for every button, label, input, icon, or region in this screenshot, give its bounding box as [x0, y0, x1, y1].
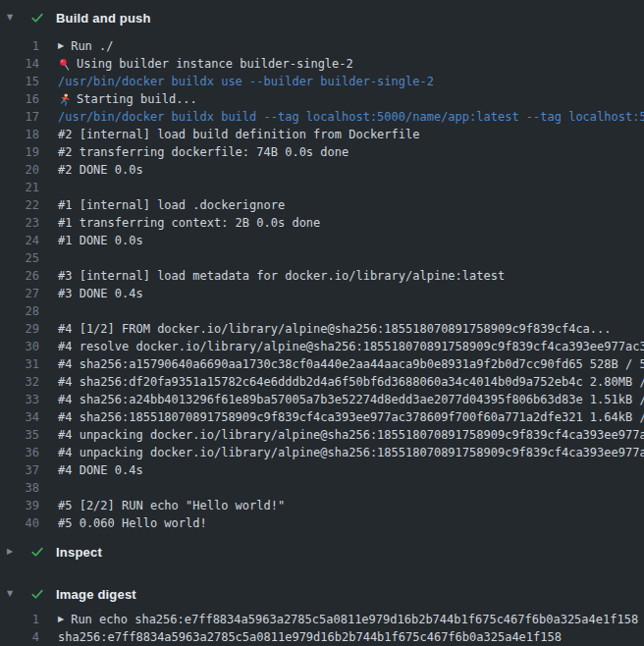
line-number[interactable]: 33	[0, 391, 39, 408]
line-number[interactable]: 39	[0, 497, 39, 514]
log-line-content: #4 sha256:df20fa9351a15782c64e6dddb2d4a6…	[39, 373, 644, 391]
success-check-icon	[29, 544, 45, 560]
line-number[interactable]: 18	[0, 126, 39, 143]
log-line: 32#4 sha256:df20fa9351a15782c64e6dddb2d4…	[0, 373, 644, 391]
line-number[interactable]: 20	[0, 161, 39, 179]
log-line: 1▶Run echo sha256:e7ff8834a5963a2785c5a0…	[0, 611, 644, 628]
line-number[interactable]: 26	[0, 267, 39, 285]
log-text: #4 unpacking docker.io/library/alpine@sh…	[58, 426, 644, 444]
log-line-content: #4 [1/2] FROM docker.io/library/alpine@s…	[39, 320, 644, 338]
log-text: #5 0.060 Hello world!	[58, 514, 207, 532]
section-header-build-and-push[interactable]: ▼Build and push	[0, 7, 644, 28]
log-text: Starting build...	[77, 90, 197, 108]
line-number[interactable]: 21	[0, 179, 39, 196]
log-line-content	[39, 249, 644, 267]
log-text: #4 sha256:185518070891758909c9f839cf4ca3…	[58, 408, 644, 426]
line-number[interactable]: 40	[0, 514, 39, 532]
log-text: #3 DONE 0.4s	[58, 285, 143, 302]
line-number[interactable]: 32	[0, 373, 39, 391]
section-header-image-digest[interactable]: ▼Image digest	[0, 583, 644, 605]
chevron-down-icon[interactable]: ▼	[7, 7, 21, 28]
log-text: #4 sha256:a15790640a6690aa1730c38cf0a440…	[58, 355, 644, 373]
log-text: #5 [2/2] RUN echo "Hello world!"	[58, 497, 285, 514]
log-line-content: #4 sha256:185518070891758909c9f839cf4ca3…	[39, 408, 644, 426]
log-line: 37#4 DONE 0.4s	[0, 461, 644, 479]
chevron-down-icon[interactable]: ▼	[7, 583, 21, 605]
line-number[interactable]: 38	[0, 479, 39, 497]
log-line-content	[39, 479, 644, 497]
log-line: 23#1 transferring context: 2B 0.0s done	[0, 214, 644, 232]
log-text: /usr/bin/docker buildx use --builder bui…	[58, 73, 434, 90]
log-line-content: ▶Run echo sha256:e7ff8834a5963a2785c5a08…	[39, 611, 644, 628]
log-line-content: #1 DONE 0.0s	[39, 232, 644, 249]
log-line: 1▶Run ./	[0, 37, 644, 55]
line-number[interactable]: 31	[0, 355, 39, 373]
log-line: 31#4 sha256:a15790640a6690aa1730c38cf0a4…	[0, 355, 644, 373]
log-line-content: #5 [2/2] RUN echo "Hello world!"	[39, 497, 644, 514]
log-text: #2 DONE 0.0s	[58, 161, 143, 179]
line-number[interactable]: 35	[0, 426, 39, 444]
log-text: Run echo sha256:e7ff8834a5963a2785c5a081…	[71, 611, 638, 628]
line-number[interactable]: 27	[0, 285, 39, 302]
line-number[interactable]: 22	[0, 196, 39, 214]
line-number[interactable]: 1	[0, 611, 39, 628]
section-title: Image digest	[56, 587, 136, 602]
log-line: 26#3 [internal] load metadata for docker…	[0, 267, 644, 285]
line-number[interactable]: 34	[0, 408, 39, 426]
log-line: 17/usr/bin/docker buildx build --tag loc…	[0, 108, 644, 126]
log-text: #2 transferring dockerfile: 74B 0.0s don…	[58, 143, 349, 161]
log-line-content: sha256:e7ff8834a5963a2785c5a0811e979d16b…	[39, 628, 644, 646]
log-text: #2 [internal] load build definition from…	[58, 126, 419, 143]
line-number[interactable]: 24	[0, 232, 39, 249]
log-text: #1 DONE 0.0s	[58, 232, 143, 249]
line-number[interactable]: 37	[0, 461, 39, 479]
log-line-content: ▶Run ./	[39, 37, 644, 55]
log-text: #4 sha256:a24bb4013296f61e89ba57005a7b3e…	[58, 391, 644, 408]
line-number[interactable]: 36	[0, 444, 39, 461]
log-line-content: #5 0.060 Hello world!	[39, 514, 644, 532]
log-line-content: Starting build...	[39, 90, 644, 108]
line-number[interactable]: 15	[0, 73, 39, 90]
line-number[interactable]: 1	[0, 37, 39, 55]
section-header-inspect[interactable]: ▶Inspect	[0, 541, 644, 563]
log-line: 39#5 [2/2] RUN echo "Hello world!"	[0, 497, 644, 514]
section-title: Build and push	[56, 11, 151, 26]
line-number[interactable]: 29	[0, 320, 39, 338]
log-line: 19#2 transferring dockerfile: 74B 0.0s d…	[0, 143, 644, 161]
section-title: Inspect	[56, 545, 102, 560]
line-number[interactable]: 17	[0, 108, 39, 126]
run-expander-icon[interactable]: ▶	[58, 611, 64, 628]
section-inspect: ▶Inspect	[0, 541, 644, 563]
line-number[interactable]: 28	[0, 302, 39, 320]
line-number[interactable]: 25	[0, 249, 39, 267]
log-line: 38	[0, 479, 644, 497]
log-line-content	[39, 179, 644, 196]
log-line: 35#4 unpacking docker.io/library/alpine@…	[0, 426, 644, 444]
log-text: sha256:e7ff8834a5963a2785c5a0811e979d16b…	[58, 628, 562, 646]
log-line: 36#4 unpacking docker.io/library/alpine@…	[0, 444, 644, 461]
log-line-content: /usr/bin/docker buildx build --tag local…	[39, 108, 644, 126]
log-line-content: #4 unpacking docker.io/library/alpine@sh…	[39, 444, 644, 461]
log-block: 1▶Run ./14Using builder instance builder…	[0, 37, 644, 532]
log-line-content: #4 sha256:a24bb4013296f61e89ba57005a7b3e…	[39, 391, 644, 408]
run-expander-icon[interactable]: ▶	[58, 37, 64, 55]
log-line-content: #4 DONE 0.4s	[39, 461, 644, 479]
line-number[interactable]: 23	[0, 214, 39, 232]
log-line: 21	[0, 179, 644, 196]
line-number[interactable]: 19	[0, 143, 39, 161]
line-number[interactable]: 30	[0, 338, 39, 355]
chevron-right-icon[interactable]: ▶	[7, 541, 21, 563]
log-text: #4 DONE 0.4s	[58, 461, 143, 479]
line-number[interactable]: 16	[0, 90, 39, 108]
log-text: Run ./	[71, 37, 113, 55]
log-text: #1 transferring context: 2B 0.0s done	[58, 214, 320, 232]
line-number[interactable]: 14	[0, 55, 39, 73]
log-line: 28	[0, 302, 644, 320]
log-line: 4sha256:e7ff8834a5963a2785c5a0811e979d16…	[0, 628, 644, 646]
pushpin-icon	[58, 58, 71, 71]
log-line: 27#3 DONE 0.4s	[0, 285, 644, 302]
log-line-content: #4 sha256:a15790640a6690aa1730c38cf0a440…	[39, 355, 644, 373]
log-line: 29#4 [1/2] FROM docker.io/library/alpine…	[0, 320, 644, 338]
log-viewer: ▼Build and push1▶Run ./14Using builder i…	[0, 0, 644, 646]
line-number[interactable]: 4	[0, 628, 39, 646]
